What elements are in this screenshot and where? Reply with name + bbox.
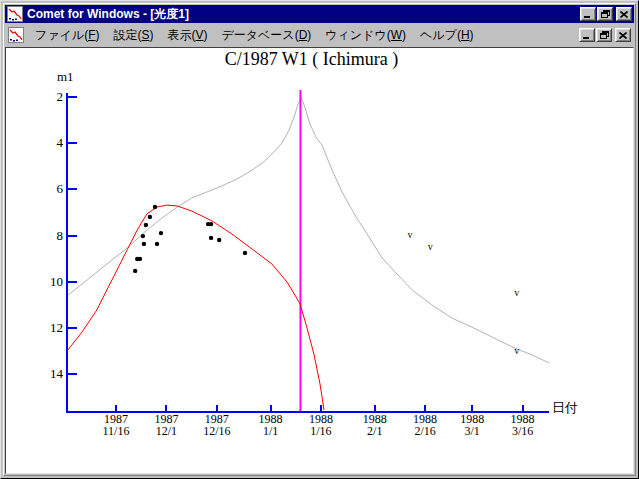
observation-dot (133, 269, 137, 273)
gray_model_curve (68, 97, 549, 363)
red_model_curve (68, 205, 324, 410)
minimize-button[interactable] (580, 7, 596, 21)
x-tick-date: 2/16 (414, 424, 435, 438)
app-window: Comet for Windows - [光度1] (0, 0, 639, 479)
observation-dot (217, 238, 221, 242)
observation-dot (243, 251, 247, 255)
restore-icon (600, 31, 609, 39)
observation-dot (159, 231, 163, 235)
y-axis-label: m1 (57, 69, 74, 85)
x-tick-date: 3/16 (512, 424, 533, 438)
mdi-close-button[interactable] (615, 28, 631, 42)
upper-limit-mark: v (514, 345, 519, 356)
plot-svg: 2468101214198711/16198712/1198712/161988… (6, 48, 634, 473)
x-tick-date: 3/1 (464, 424, 479, 438)
y-tick-label: 12 (50, 320, 63, 335)
observation-dot (155, 242, 159, 246)
restore-icon (601, 10, 610, 18)
window-title: Comet for Windows - [光度1] (26, 6, 577, 23)
restore-button[interactable] (597, 7, 613, 21)
x-tick-date: 11/16 (103, 424, 130, 438)
menu-file[interactable]: ファイル(F) (28, 24, 106, 47)
y-tick-label: 2 (57, 89, 64, 104)
x-tick-date: 1/16 (310, 424, 331, 438)
observation-dot (142, 242, 146, 246)
close-icon (620, 11, 628, 18)
close-button[interactable] (616, 7, 632, 21)
upper-limit-mark: v (408, 229, 413, 240)
y-tick-label: 4 (57, 135, 64, 150)
upper-limit-mark: v (428, 241, 433, 252)
menubar: ファイル(F) 設定(S) 表示(V) データベース(D) ウィンドウ(W) ヘ… (5, 23, 634, 47)
minimize-icon (584, 11, 592, 18)
x-axis-label: 日付 (552, 399, 578, 417)
mdi-restore-button[interactable] (596, 28, 612, 42)
mdi-window-controls (579, 28, 631, 42)
y-tick-label: 6 (57, 181, 64, 196)
x-tick-date: 1/1 (263, 424, 278, 438)
observation-dot (144, 223, 148, 227)
menu-view[interactable]: 表示(V) (160, 24, 214, 47)
mdi-minimize-button[interactable] (579, 28, 595, 42)
observation-dot (209, 236, 213, 240)
menu-database[interactable]: データベース(D) (215, 24, 319, 47)
x-tick-date: 12/16 (203, 424, 230, 438)
x-tick-date: 2/1 (367, 424, 382, 438)
observation-dot (141, 234, 145, 238)
y-tick-label: 10 (50, 274, 63, 289)
menu-help[interactable]: ヘルプ(H) (413, 24, 481, 47)
menu-window[interactable]: ウィンドウ(W) (318, 24, 413, 47)
close-icon (619, 32, 627, 39)
menu-settings[interactable]: 設定(S) (106, 24, 160, 47)
minimize-icon (583, 32, 591, 39)
window-frame: Comet for Windows - [光度1] (3, 3, 636, 476)
observation-dot (153, 205, 157, 209)
chart-area: 2468101214198711/16198712/1198712/161988… (5, 47, 634, 474)
observation-dot (138, 257, 142, 261)
chart-title: C/1987 W1 ( Ichimura ) (6, 49, 617, 70)
titlebar[interactable]: Comet for Windows - [光度1] (5, 5, 634, 23)
y-tick-label: 8 (57, 228, 64, 243)
upper-limit-mark: v (514, 287, 519, 298)
y-tick-label: 14 (50, 366, 64, 381)
observation-dot (209, 222, 213, 226)
x-tick-date: 12/1 (156, 424, 177, 438)
app-icon[interactable] (7, 6, 23, 22)
document-chart-icon[interactable] (8, 27, 24, 43)
observation-dot (148, 215, 152, 219)
window-controls (580, 7, 632, 21)
